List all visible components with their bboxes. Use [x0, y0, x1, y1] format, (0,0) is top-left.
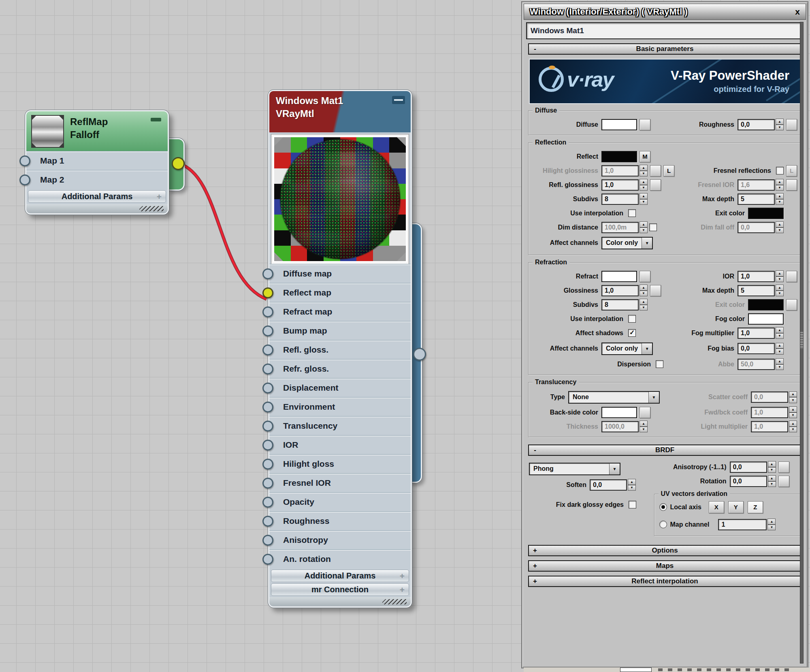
input-socket[interactable]: [262, 325, 273, 336]
input-socket[interactable]: [262, 554, 273, 565]
reflmap-node-header[interactable]: ReflMap Falloff: [26, 111, 168, 151]
input-socket[interactable]: [262, 421, 273, 432]
rotation-input[interactable]: 0,0: [730, 476, 767, 487]
dropdown-arrow-icon[interactable]: [609, 464, 620, 474]
collapse-node-icon[interactable]: [151, 118, 161, 121]
soften-spinner[interactable]: [628, 479, 636, 491]
spinner-down-icon[interactable]: [768, 467, 776, 473]
affect-shadows-checkbox[interactable]: [628, 329, 636, 337]
input-socket[interactable]: [262, 535, 273, 546]
fog-color-swatch[interactable]: [748, 313, 784, 325]
roughness-map-button[interactable]: [786, 119, 797, 130]
hilight-lock-button[interactable]: L: [663, 165, 674, 177]
refl-glossiness-map-button[interactable]: [650, 179, 661, 191]
input-socket[interactable]: [262, 345, 273, 355]
fresnel-reflections-checkbox[interactable]: [776, 167, 784, 174]
refract-color-swatch[interactable]: [601, 271, 637, 282]
subdivs-spinner[interactable]: [639, 193, 648, 205]
anisotropy-input[interactable]: 0,0: [730, 461, 767, 473]
soften-input[interactable]: 0,0: [590, 479, 627, 491]
slot-roughness[interactable]: Roughness: [269, 511, 411, 530]
slot-refl-gloss-[interactable]: Refl. gloss.: [269, 340, 411, 359]
glossiness-map-button[interactable]: [650, 285, 661, 296]
spinner-up-icon[interactable]: [639, 299, 648, 305]
rollout-options[interactable]: + Options: [528, 545, 801, 556]
input-socket[interactable]: [262, 478, 273, 489]
rollout-basic-parameters[interactable]: - Basic parameters: [528, 43, 801, 55]
back-side-map-button[interactable]: [639, 407, 650, 418]
reflmap-additional-params-bar[interactable]: Additional Params +: [28, 190, 166, 203]
exit-color-swatch[interactable]: [748, 208, 784, 219]
dispersion-checkbox[interactable]: [656, 360, 663, 368]
input-socket[interactable]: [262, 364, 273, 374]
spinner-up-icon[interactable]: [639, 285, 648, 291]
input-socket[interactable]: [262, 268, 273, 279]
input-socket-connected[interactable]: [262, 287, 273, 298]
refr-subdivs-input[interactable]: 8: [601, 299, 639, 310]
rotation-map-button[interactable]: [778, 476, 789, 487]
map-channel-spinner[interactable]: [767, 519, 776, 530]
material-output-socket[interactable]: [413, 348, 426, 361]
spinner-down-icon[interactable]: [776, 364, 784, 370]
refr-max-depth-spinner[interactable]: [776, 285, 784, 296]
spinner-down-icon[interactable]: [776, 185, 784, 191]
thickness-spinner[interactable]: [639, 421, 648, 432]
material-mr-connection-bar[interactable]: mr Connection +: [271, 583, 409, 596]
slot-map-1[interactable]: Map 1: [26, 151, 168, 170]
fwd-bck-coeff-spinner[interactable]: [789, 406, 797, 418]
material-name-input[interactable]: Windows Mat1: [526, 22, 804, 39]
fog-multiplier-input[interactable]: 1,0: [738, 327, 775, 339]
fog-bias-spinner[interactable]: [776, 343, 784, 355]
fresnel-lock-button[interactable]: L: [786, 165, 797, 177]
axis-y-button[interactable]: Y: [728, 501, 744, 513]
input-socket[interactable]: [262, 383, 273, 393]
spinner-down-icon[interactable]: [789, 413, 797, 419]
refr-exit-color-button[interactable]: [786, 299, 797, 310]
spinner-down-icon[interactable]: [789, 427, 797, 433]
reflect-map-button[interactable]: M: [639, 151, 650, 162]
material-additional-params-bar[interactable]: Additional Params +: [271, 570, 409, 582]
panel-title-bar[interactable]: Window (Interior/Exterior) ( VRayMtl ) x: [524, 4, 806, 20]
material-node[interactable]: Windows Mat1 VRayMtl Diffuse mapReflect …: [268, 90, 412, 608]
input-socket[interactable]: [19, 174, 30, 185]
map-channel-input[interactable]: 1: [718, 519, 767, 530]
spinner-down-icon[interactable]: [776, 199, 784, 205]
rotation-spinner[interactable]: [768, 475, 776, 487]
spinner-down-icon[interactable]: [776, 276, 784, 283]
dim-fall-off-spinner[interactable]: [776, 221, 784, 233]
slot-diffuse-map[interactable]: Diffuse map: [269, 264, 411, 283]
expand-plus-icon[interactable]: +: [400, 585, 405, 595]
material-node-header[interactable]: Windows Mat1 VRayMtl: [269, 91, 411, 132]
slot-bump-map[interactable]: Bump map: [269, 321, 411, 340]
spinner-down-icon[interactable]: [776, 333, 784, 339]
panel-scrollbar-thumb[interactable]: [800, 332, 803, 349]
ior-spinner[interactable]: [776, 270, 784, 282]
rollout-brdf[interactable]: - BRDF: [528, 444, 801, 456]
subdivs-input[interactable]: 8: [601, 194, 639, 205]
fresnel-ior-input[interactable]: 1,6: [738, 179, 775, 191]
node-resize-grip[interactable]: [26, 204, 168, 213]
dim-distance-checkbox[interactable]: [649, 223, 657, 231]
slot-reflect-map[interactable]: Reflect map: [269, 283, 411, 302]
anisotropy-map-button[interactable]: [778, 461, 789, 473]
back-side-color-swatch[interactable]: [601, 407, 637, 418]
spinner-up-icon[interactable]: [776, 343, 784, 349]
spinner-up-icon[interactable]: [639, 193, 648, 199]
node-resize-grip[interactable]: [269, 597, 411, 606]
slot-ior[interactable]: IOR: [269, 435, 411, 454]
spinner-down-icon[interactable]: [639, 185, 648, 191]
spinner-up-icon[interactable]: [768, 475, 776, 481]
glossiness-spinner[interactable]: [639, 285, 648, 296]
spinner-up-icon[interactable]: [776, 119, 784, 125]
max-depth-spinner[interactable]: [776, 193, 784, 205]
slot-anisotropy[interactable]: Anisotropy: [269, 530, 411, 549]
slot-refract-map[interactable]: Refract map: [269, 302, 411, 321]
spinner-down-icon[interactable]: [639, 305, 648, 311]
ior-map-button[interactable]: [786, 271, 797, 282]
material-preview[interactable]: [271, 134, 409, 264]
abbe-spinner[interactable]: [776, 358, 784, 370]
dim-distance-input[interactable]: 100,0m: [601, 222, 639, 233]
fresnel-ior-map-button[interactable]: [786, 179, 797, 191]
map-channel-radio[interactable]: [659, 521, 667, 528]
spinner-down-icon[interactable]: [639, 291, 648, 297]
